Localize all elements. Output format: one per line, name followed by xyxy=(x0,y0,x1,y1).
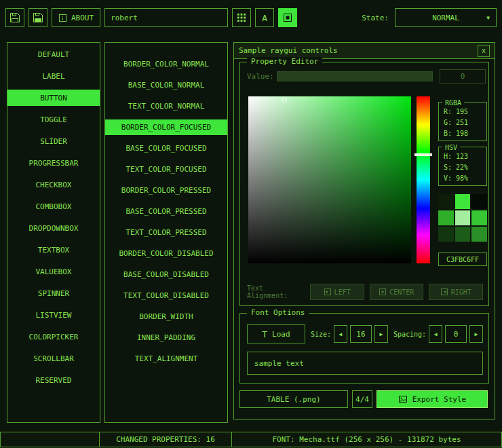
arrow-left-icon: ◀ xyxy=(339,331,343,337)
controls-list-item[interactable]: COMBOBOX xyxy=(7,195,100,217)
controls-list-item[interactable]: SPINNER xyxy=(7,282,100,304)
properties-list-item[interactable]: BASE_COLOR_PRESSED xyxy=(105,201,227,222)
size-decrease-button[interactable]: ◀ xyxy=(334,325,347,343)
properties-list-item[interactable]: TEXT_ALIGNMENT xyxy=(105,348,227,369)
align-center-button[interactable]: CENTER xyxy=(370,284,424,300)
align-right-icon xyxy=(441,288,448,295)
color-swatch[interactable] xyxy=(455,210,471,225)
about-button[interactable]: ABOUT xyxy=(52,8,100,27)
font-load-button[interactable]: T Load xyxy=(247,324,305,343)
font-options-label: Font Options xyxy=(247,308,309,317)
properties-list-item[interactable]: TEXT_COLOR_FOCUSED xyxy=(105,159,227,180)
controls-list-item[interactable]: TEXTBOX xyxy=(7,239,100,261)
color-saturation-panel[interactable] xyxy=(248,96,411,263)
controls-list-item[interactable]: TOGGLE xyxy=(7,109,100,130)
text-alignment-label: Text Alignment: xyxy=(247,284,305,299)
style-name-input[interactable] xyxy=(104,8,228,27)
floppy-disk-icon xyxy=(9,12,20,23)
state-dropdown-value: NORMAL xyxy=(432,14,459,22)
export-style-button[interactable]: Export Style xyxy=(376,390,488,408)
arrow-right-icon: ▶ xyxy=(475,331,478,337)
controls-list-item[interactable]: LABEL xyxy=(7,65,100,87)
hue-marker[interactable] xyxy=(414,153,432,156)
grid-view-button[interactable] xyxy=(232,8,251,27)
rgba-g-value: G: 251 xyxy=(444,117,486,128)
state-dropdown[interactable]: NORMAL ▼ xyxy=(395,8,497,27)
properties-list-item[interactable]: BORDER_COLOR_FOCUSED xyxy=(105,117,227,138)
align-left-button[interactable]: LEFT xyxy=(310,284,364,300)
statusbar: CHANGED PROPERTIES: 16 FONT: Mecha.ttf (… xyxy=(0,432,502,447)
controls-list-item[interactable]: SCROLLBAR xyxy=(7,348,100,369)
controls-list: DEFAULT LABEL BUTTON TOGGLE SLIDER PROGR… xyxy=(7,42,100,423)
state-label: State: xyxy=(362,14,389,22)
spacing-label: Spacing: xyxy=(393,331,426,338)
color-swatch[interactable] xyxy=(455,194,471,209)
export-format-button[interactable]: TABLE (.png) xyxy=(239,390,348,408)
floppy-disk-icon xyxy=(33,12,43,23)
state-group: State: NORMAL ▼ xyxy=(362,8,497,27)
controls-list-item[interactable]: SLIDER xyxy=(7,130,100,152)
font-options-row: T Load Size: ◀ 16 ▶ Spacing: ◀ 0 xyxy=(247,324,483,343)
picker-selector[interactable] xyxy=(282,98,287,102)
controls-list-item[interactable]: LISTVIEW xyxy=(7,304,100,326)
font-atlas-button[interactable]: A xyxy=(255,8,274,27)
properties-list-item[interactable]: BORDER_COLOR_PRESSED xyxy=(105,180,227,201)
properties-list-item[interactable]: BORDER_COLOR_NORMAL xyxy=(105,54,227,75)
properties-list-item[interactable]: TEXT_COLOR_NORMAL xyxy=(105,96,227,117)
properties-list-item[interactable]: TEXT_COLOR_DISABLED xyxy=(105,285,227,306)
properties-list-item[interactable]: TEXT_COLOR_PRESSED xyxy=(105,222,227,243)
controls-list-item[interactable]: PROGRESSBAR xyxy=(7,152,100,174)
status-font-info: FONT: Mecha.ttf (256 x 256) - 131872 byt… xyxy=(231,432,502,447)
properties-list-item[interactable]: BORDER_COLOR_DISABLED xyxy=(105,243,227,264)
color-swatch[interactable] xyxy=(455,227,471,242)
controls-list-item[interactable]: COLORPICKER xyxy=(7,326,100,348)
hex-value-box[interactable]: C3FBC6FF xyxy=(438,253,487,266)
properties-list-item[interactable]: INNER_PADDING xyxy=(105,327,227,348)
table-view-button[interactable] xyxy=(278,8,297,27)
color-swatch[interactable] xyxy=(438,210,454,225)
size-increase-button[interactable]: ▶ xyxy=(374,325,388,343)
size-value-box[interactable]: 16 xyxy=(350,325,372,343)
arrow-right-icon: ▶ xyxy=(379,331,383,337)
align-right-button[interactable]: RIGHT xyxy=(429,284,483,300)
properties-list-item[interactable]: BASE_COLOR_FOCUSED xyxy=(105,138,227,159)
color-swatch[interactable] xyxy=(438,227,454,242)
properties-list-item[interactable]: BASE_COLOR_DISABLED xyxy=(105,264,227,285)
controls-list-item[interactable]: VALUEBOX xyxy=(7,261,100,282)
save-style-as-button[interactable] xyxy=(28,8,47,27)
controls-list-item[interactable]: CHECKBOX xyxy=(7,174,100,195)
sample-window-title: Sample raygui controls xyxy=(239,46,338,55)
properties-list-item[interactable]: BORDER_WIDTH xyxy=(105,306,227,327)
align-left-icon xyxy=(324,288,331,295)
rgba-box: RGBA R: 195 G: 251 B: 198 xyxy=(438,102,487,141)
arrow-left-icon: ◀ xyxy=(434,331,438,337)
controls-list-item[interactable]: DROPDOWNBOX xyxy=(7,217,100,239)
sample-text-input[interactable]: sample text xyxy=(247,352,483,375)
properties-list-item[interactable]: BASE_COLOR_NORMAL xyxy=(105,75,227,96)
spacing-value-box[interactable]: 0 xyxy=(445,325,467,343)
close-icon: x xyxy=(482,47,486,54)
rgba-label: RGBA xyxy=(442,98,464,109)
color-swatch[interactable] xyxy=(471,194,487,209)
close-button[interactable]: x xyxy=(478,45,490,57)
color-swatch[interactable] xyxy=(438,194,454,209)
pages-value-box: 4/4 xyxy=(352,390,372,408)
spacing-decrease-button[interactable]: ◀ xyxy=(429,325,442,343)
color-swatch[interactable] xyxy=(471,210,487,225)
hsv-v-value: V: 98% xyxy=(444,173,486,184)
color-swatch[interactable] xyxy=(471,227,487,242)
chevron-down-icon: ▼ xyxy=(486,15,490,21)
about-label: ABOUT xyxy=(71,14,94,22)
spacing-increase-button[interactable]: ▶ xyxy=(469,325,483,343)
save-style-button[interactable] xyxy=(5,8,24,27)
controls-list-item[interactable]: RESERVED xyxy=(7,369,100,391)
value-label: Value: xyxy=(247,72,274,81)
hue-bar[interactable] xyxy=(417,96,430,263)
image-file-icon xyxy=(398,394,408,404)
controls-list-item[interactable]: DEFAULT xyxy=(7,43,100,65)
table-icon xyxy=(283,13,292,22)
value-slider[interactable] xyxy=(277,71,433,81)
value-box[interactable]: 0 xyxy=(440,69,486,83)
hsv-box: HSV H: 123 S: 22% V: 98% xyxy=(438,147,487,186)
controls-list-item[interactable]: BUTTON xyxy=(7,87,100,109)
